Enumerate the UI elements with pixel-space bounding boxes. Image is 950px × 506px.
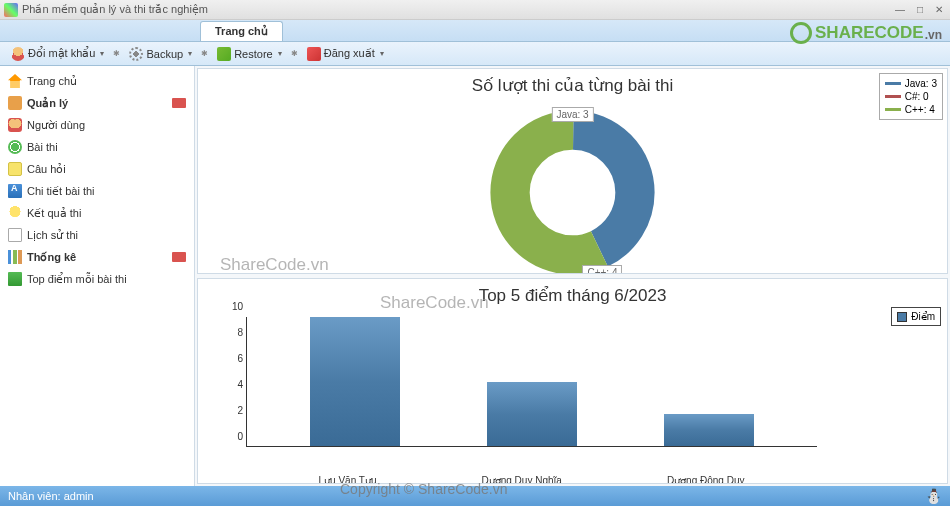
donut-label-cpp: C++: 4 [582, 265, 622, 274]
sidebar-item-manage[interactable]: Quản lý [0, 92, 194, 114]
manage-icon [8, 96, 22, 110]
chevron-down-icon: ▾ [278, 49, 282, 58]
snowman-icon: ⛄ [925, 488, 942, 504]
title-bar: Phần mềm quản lý và thi trắc nghiệm — □ … [0, 0, 950, 20]
donut-title: Số lượt thi của từng bài thi [198, 69, 947, 102]
restore-icon [217, 47, 231, 61]
bar-area: 0 2 4 6 8 10 [198, 312, 947, 472]
chevron-down-icon: ▾ [100, 49, 104, 58]
bar-1 [310, 317, 400, 446]
detail-icon [8, 184, 22, 198]
close-button[interactable]: ✕ [932, 4, 946, 15]
sidebar: Trang chủ Quản lý Người dùng Bài thi Câu… [0, 66, 195, 486]
question-icon [8, 162, 22, 176]
sidebar-item-home[interactable]: Trang chủ [0, 70, 194, 92]
sidebar-item-users[interactable]: Người dùng [0, 114, 194, 136]
sidebar-item-tests[interactable]: Bài thi [0, 136, 194, 158]
sidebar-item-questions[interactable]: Câu hỏi [0, 158, 194, 180]
tab-home[interactable]: Trang chủ [200, 21, 283, 41]
minimize-button[interactable]: — [892, 4, 908, 15]
legend-item: Java: 3 [885, 77, 937, 90]
x-axis-labels: Lưu Văn Tưu Dương Duy Nghĩa Dương Đông D… [246, 472, 817, 484]
backup-button[interactable]: Backup▾ [124, 45, 197, 63]
y-axis: 0 2 4 6 8 10 [218, 317, 243, 447]
main: Trang chủ Quản lý Người dùng Bài thi Câu… [0, 66, 950, 486]
bar-title: Top 5 điểm tháng 6/2023 [198, 279, 947, 312]
content: Số lượt thi của từng bài thi Java: 3 C#:… [195, 66, 950, 486]
donut-slice-cpp [510, 130, 635, 255]
swatch-icon [885, 95, 901, 98]
sidebar-item-stats[interactable]: Thống kê [0, 246, 194, 268]
home-icon [8, 74, 22, 88]
chevron-down-icon: ▾ [188, 49, 192, 58]
donut-panel: Số lượt thi của từng bài thi Java: 3 C#:… [197, 68, 948, 274]
donut-chart [490, 110, 655, 275]
bars [247, 317, 817, 446]
bar-2 [487, 382, 577, 447]
history-icon [8, 228, 22, 242]
top-icon [8, 272, 22, 286]
sharecode-logo: SHARECODE.vn [790, 22, 942, 44]
gear-icon [129, 47, 143, 61]
status-bar: Nhân viên: admin ⛄ [0, 486, 950, 506]
badge-icon [172, 252, 186, 262]
bar-3 [664, 414, 754, 446]
toolbar: Đổi mật khẩu▾ ✱ Backup▾ ✱ Restore▾ ✱ Đăn… [0, 42, 950, 66]
users-icon [8, 118, 22, 132]
donut-area: Java: 3 C++: 4 [198, 102, 947, 274]
test-icon [8, 140, 22, 154]
swatch-icon [885, 82, 901, 85]
logout-button[interactable]: Đăng xuất▾ [302, 45, 389, 63]
change-password-button[interactable]: Đổi mật khẩu▾ [6, 45, 109, 63]
window-buttons: — □ ✕ [892, 4, 946, 15]
bulb-icon [8, 206, 22, 220]
restore-button[interactable]: Restore▾ [212, 45, 287, 63]
chevron-down-icon: ▾ [380, 49, 384, 58]
app-icon [4, 3, 18, 17]
sidebar-item-history[interactable]: Lịch sử thi [0, 224, 194, 246]
maximize-button[interactable]: □ [914, 4, 926, 15]
stats-icon [8, 250, 22, 264]
exit-icon [307, 47, 321, 61]
app-title: Phần mềm quản lý và thi trắc nghiệm [22, 3, 208, 16]
sidebar-item-top[interactable]: Top điểm mỗi bài thi [0, 268, 194, 290]
sidebar-item-detail[interactable]: Chi tiết bài thi [0, 180, 194, 202]
logo-ring-icon [790, 22, 812, 44]
badge-icon [172, 98, 186, 108]
donut-label-java: Java: 3 [551, 107, 593, 122]
sidebar-item-results[interactable]: Kết quả thi [0, 202, 194, 224]
bar-plot [246, 317, 817, 447]
status-text: Nhân viên: admin [8, 490, 94, 502]
user-icon [11, 47, 25, 61]
bar-panel: Top 5 điểm tháng 6/2023 Điểm 0 2 4 6 8 1… [197, 278, 948, 484]
